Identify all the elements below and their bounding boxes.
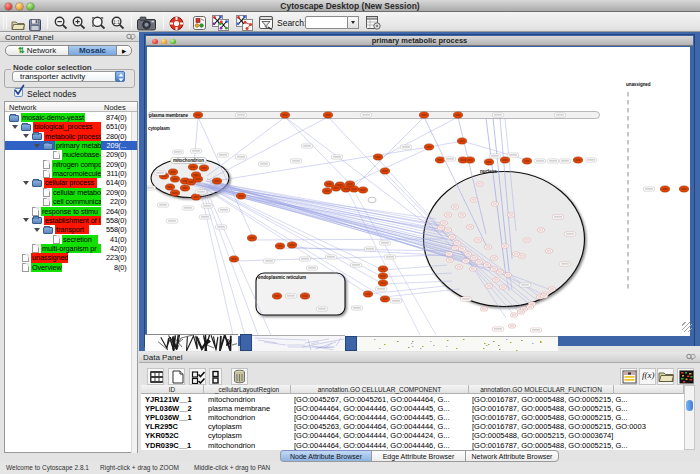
svg-text:unassigned: unassigned (626, 82, 651, 87)
svg-text:endoplasmic reticulum: endoplasmic reticulum (258, 275, 306, 280)
svg-text:mitochondrion: mitochondrion (173, 158, 204, 163)
svg-text:1:1: 1:1 (113, 19, 120, 25)
svg-text:nucleus: nucleus (480, 169, 497, 174)
svg-text:plasma membrane: plasma membrane (149, 113, 188, 118)
svg-text:cytoplasm: cytoplasm (148, 126, 170, 131)
